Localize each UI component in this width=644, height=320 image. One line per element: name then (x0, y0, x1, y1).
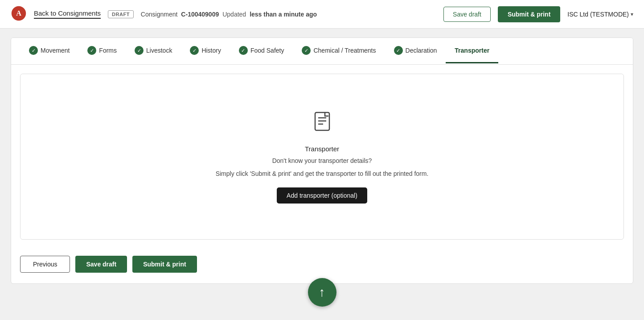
updated-label: Updated (222, 11, 246, 18)
food-safety-check-icon: ✓ (239, 46, 248, 55)
consignment-info: Consignment C-100409009 Updated less tha… (141, 11, 317, 18)
declaration-check-icon: ✓ (394, 46, 403, 55)
tab-movement[interactable]: ✓ Movement (20, 38, 78, 64)
main-card: ✓ Movement ✓ Forms ✓ Livestock ✓ History… (11, 37, 633, 284)
tab-chemical-treatments[interactable]: ✓ Chemical / Treatments (293, 38, 385, 64)
tab-transporter-label: Transporter (455, 47, 489, 54)
back-to-consignments-link[interactable]: Back to Consignments (34, 9, 101, 19)
tab-food-safety-label: Food Safety (250, 47, 284, 54)
tab-declaration-label: Declaration (406, 47, 437, 54)
header: A Back to Consignments DRAFT Consignment… (0, 0, 644, 29)
consignment-id: C-100409009 (181, 11, 219, 18)
transporter-content-area: Transporter Don't know your transporter … (20, 74, 624, 240)
footer-submit-print-button[interactable]: Submit & print (132, 256, 197, 273)
tab-history-label: History (201, 47, 221, 54)
tab-livestock[interactable]: ✓ Livestock (126, 38, 181, 64)
tab-forms-label: Forms (99, 47, 117, 54)
tab-movement-label: Movement (41, 47, 70, 54)
livestock-check-icon: ✓ (135, 46, 144, 55)
tab-chemical-treatments-label: Chemical / Treatments (313, 47, 376, 54)
scroll-to-top-button[interactable]: ↑ (308, 278, 336, 307)
scroll-up-icon: ↑ (319, 285, 325, 299)
transporter-desc-line2: Simply click 'Submit & print' and get th… (216, 169, 429, 179)
footer-save-draft-button[interactable]: Save draft (75, 256, 127, 273)
movement-check-icon: ✓ (29, 46, 38, 55)
tab-livestock-label: Livestock (146, 47, 172, 54)
add-transporter-button[interactable]: Add transporter (optional) (277, 187, 367, 204)
tab-history[interactable]: ✓ History (181, 38, 230, 64)
tab-declaration[interactable]: ✓ Declaration (385, 38, 446, 64)
consignment-prefix: Consignment (141, 11, 178, 18)
header-submit-print-button[interactable]: Submit & print (498, 6, 560, 22)
transporter-desc-line1: Don't know your transporter details? (272, 156, 372, 166)
history-check-icon: ✓ (190, 46, 199, 55)
chemical-check-icon: ✓ (302, 46, 311, 55)
svg-text:A: A (16, 9, 21, 17)
header-save-draft-button[interactable]: Save draft (443, 7, 491, 22)
tab-transporter[interactable]: Transporter (446, 39, 498, 63)
previous-button[interactable]: Previous (20, 256, 70, 273)
main-content: ✓ Movement ✓ Forms ✓ Livestock ✓ History… (0, 29, 644, 293)
forms-check-icon: ✓ (87, 46, 96, 55)
tab-forms[interactable]: ✓ Forms (78, 38, 126, 64)
tab-food-safety[interactable]: ✓ Food Safety (230, 38, 293, 64)
transporter-document-icon (311, 110, 334, 136)
org-selector[interactable]: ISC Ltd (TESTMODE) ▾ (567, 11, 633, 18)
transporter-section-title: Transporter (305, 145, 339, 153)
org-name: ISC Ltd (TESTMODE) (567, 11, 629, 18)
draft-badge: DRAFT (108, 10, 134, 18)
tabs-bar: ✓ Movement ✓ Forms ✓ Livestock ✓ History… (11, 38, 633, 65)
updated-time: less than a minute ago (250, 11, 317, 18)
app-logo: A (11, 5, 27, 23)
chevron-down-icon: ▾ (631, 11, 633, 17)
